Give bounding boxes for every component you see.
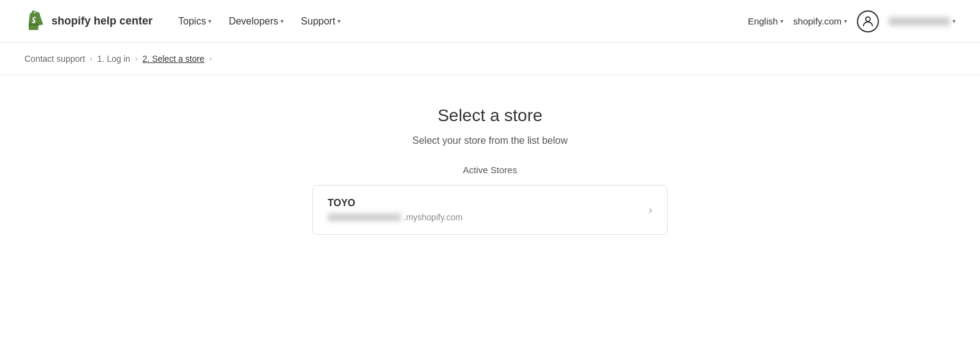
main-content: Select a store Select your store from th… bbox=[0, 75, 980, 266]
header-left: shopify help center Topics ▾ Developers … bbox=[24, 10, 347, 32]
store-domain-chevron-icon: ▾ bbox=[844, 18, 847, 24]
nav-topics[interactable]: Topics ▾ bbox=[172, 11, 217, 32]
store-domain-selector[interactable]: shopify.com ▾ bbox=[793, 16, 847, 26]
user-icon bbox=[861, 15, 875, 28]
store-card[interactable]: TOYO .myshopify.com › bbox=[312, 185, 668, 235]
topics-chevron-icon: ▾ bbox=[208, 18, 211, 24]
store-card-chevron-icon: › bbox=[649, 204, 652, 217]
main-nav: Topics ▾ Developers ▾ Support ▾ bbox=[172, 11, 347, 32]
logo-text: shopify help center bbox=[51, 15, 153, 28]
breadcrumb-sep-1: › bbox=[90, 54, 92, 63]
store-url-blurred bbox=[328, 214, 401, 221]
user-menu-chevron-icon: ▾ bbox=[952, 18, 956, 24]
developers-chevron-icon: ▾ bbox=[281, 18, 284, 24]
user-name-display[interactable]: ▾ bbox=[889, 17, 956, 26]
page-subtitle: Select your store from the list below bbox=[412, 135, 567, 146]
language-chevron-icon: ▾ bbox=[780, 18, 783, 24]
store-name: TOYO bbox=[328, 198, 462, 209]
user-avatar[interactable] bbox=[857, 10, 879, 32]
breadcrumb-current: 2. Select a store bbox=[143, 54, 205, 64]
logo[interactable]: shopify help center bbox=[24, 10, 153, 32]
nav-developers[interactable]: Developers ▾ bbox=[222, 11, 290, 32]
shopify-logo-icon bbox=[24, 10, 47, 32]
header-right: English ▾ shopify.com ▾ ▾ bbox=[748, 10, 956, 32]
user-name-blurred bbox=[889, 17, 950, 26]
header: shopify help center Topics ▾ Developers … bbox=[0, 0, 980, 43]
page-title: Select a store bbox=[437, 106, 542, 125]
support-chevron-icon: ▾ bbox=[337, 18, 341, 24]
breadcrumb: Contact support › 1. Log in › 2. Select … bbox=[0, 43, 980, 75]
store-info: TOYO .myshopify.com bbox=[328, 198, 462, 222]
store-url-suffix: .myshopify.com bbox=[404, 212, 462, 222]
svg-point-2 bbox=[865, 17, 870, 21]
svg-rect-1 bbox=[29, 23, 39, 25]
breadcrumb-sep-3: › bbox=[209, 54, 212, 63]
breadcrumb-login[interactable]: 1. Log in bbox=[97, 54, 130, 64]
language-selector[interactable]: English ▾ bbox=[748, 16, 783, 26]
stores-container: TOYO .myshopify.com › bbox=[312, 185, 668, 235]
store-url: .myshopify.com bbox=[328, 212, 462, 222]
active-stores-label: Active Stores bbox=[463, 165, 517, 175]
nav-support[interactable]: Support ▾ bbox=[295, 11, 347, 32]
breadcrumb-sep-2: › bbox=[135, 54, 138, 63]
breadcrumb-contact-support[interactable]: Contact support bbox=[24, 54, 85, 64]
